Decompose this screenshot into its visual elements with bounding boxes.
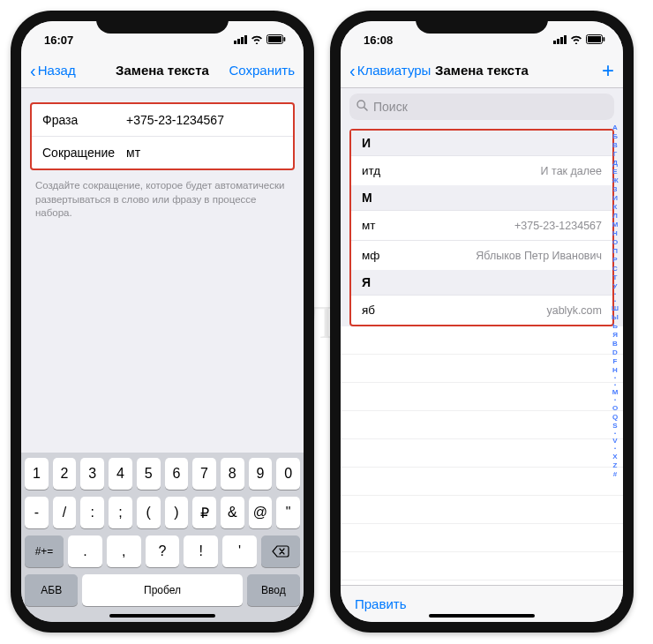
- index-letter[interactable]: Ш: [612, 304, 619, 313]
- key-;[interactable]: ;: [109, 497, 132, 528]
- index-letter[interactable]: O: [612, 404, 618, 413]
- index-letter[interactable]: А: [612, 124, 618, 132]
- index-letter[interactable]: X: [612, 453, 617, 461]
- section-header: Я: [351, 270, 612, 295]
- list-item[interactable]: мт+375-23-1234567: [351, 210, 612, 240]
- key-Пробел[interactable]: Пробел: [82, 574, 242, 606]
- list-item[interactable]: итдИ так далее: [351, 155, 612, 185]
- key-0[interactable]: 0: [276, 458, 300, 490]
- index-letter[interactable]: •: [614, 382, 616, 389]
- index-letter[interactable]: К: [613, 203, 618, 212]
- key-:[interactable]: :: [80, 497, 104, 528]
- index-letter[interactable]: Н: [612, 229, 618, 238]
- search-input[interactable]: Поиск: [349, 94, 614, 120]
- content: Фраза +375-23-1234567 Сокращение мт Созд…: [21, 88, 304, 453]
- phrase-value[interactable]: +375-23-1234567: [126, 113, 282, 127]
- index-letter[interactable]: Л: [612, 212, 618, 221]
- index-letter[interactable]: С: [612, 265, 618, 273]
- phrase-row[interactable]: Фраза +375-23-1234567: [32, 104, 293, 137]
- index-letter[interactable]: Б: [612, 132, 618, 141]
- key-)[interactable]: ): [165, 497, 189, 528]
- index-letter[interactable]: У: [613, 282, 618, 291]
- index-letter[interactable]: П: [612, 247, 618, 256]
- index-letter[interactable]: Т: [613, 273, 618, 282]
- back-button[interactable]: ‹ Клавиатуры: [349, 62, 431, 79]
- key-1[interactable]: 1: [25, 458, 49, 490]
- index-letter[interactable]: М: [612, 221, 619, 229]
- empty-lines: [341, 326, 623, 585]
- index-letter[interactable]: H: [612, 366, 618, 375]
- key-5[interactable]: 5: [137, 458, 161, 490]
- save-label: Сохранить: [229, 63, 295, 78]
- key--[interactable]: -: [25, 497, 49, 528]
- shortcut-label: Сокращение: [42, 146, 126, 160]
- add-button[interactable]: +: [544, 58, 614, 83]
- index-letter[interactable]: D: [612, 348, 618, 357]
- index-letter[interactable]: Q: [612, 413, 618, 422]
- index-letter[interactable]: З: [612, 185, 617, 194]
- footnote: Создайте сокращение, которое будет автом…: [35, 179, 289, 221]
- shortcut-value[interactable]: мт: [126, 146, 282, 160]
- shortcut-row[interactable]: Сокращение мт: [32, 137, 293, 168]
- key-6[interactable]: 6: [165, 458, 189, 490]
- index-letter[interactable]: •: [614, 431, 616, 438]
- index-letter[interactable]: Д: [612, 159, 618, 168]
- index-letter[interactable]: Ь: [612, 322, 618, 331]
- key-2[interactable]: 2: [53, 458, 77, 490]
- index-letter[interactable]: •: [614, 446, 616, 453]
- screen-right: 16:08 ‹ Клавиатуры Замена текста: [341, 21, 623, 622]
- index-letter[interactable]: Ж: [612, 176, 618, 185]
- keyboard: 1234567890 -/:;()₽&@" #+=.,?!' АБВПробел…: [21, 453, 304, 622]
- index-letter[interactable]: Я: [612, 331, 618, 340]
- index-letter[interactable]: •: [614, 397, 616, 404]
- index-bar[interactable]: АБВГДЕЖЗИКЛМНОПРСТУ••ШЫЬЯBDFH••M•OQS•V•X…: [609, 124, 621, 550]
- index-letter[interactable]: B: [612, 340, 618, 348]
- list-item[interactable]: ябyablyk.com: [351, 295, 612, 325]
- page-title: Замена текста: [116, 63, 209, 78]
- index-letter[interactable]: S: [612, 422, 617, 431]
- key-&[interactable]: &: [221, 497, 244, 528]
- index-letter[interactable]: И: [612, 194, 618, 203]
- key-backspace[interactable]: [261, 535, 300, 567]
- notch: [416, 11, 548, 34]
- key-@[interactable]: @: [249, 497, 273, 528]
- index-letter[interactable]: V: [612, 437, 617, 446]
- list-item[interactable]: мфЯблыков Петр Иванович: [351, 240, 612, 270]
- index-letter[interactable]: Г: [613, 150, 618, 159]
- index-letter[interactable]: #: [613, 470, 617, 479]
- key-₽[interactable]: ₽: [192, 497, 216, 528]
- index-letter[interactable]: Е: [612, 168, 617, 176]
- index-letter[interactable]: •: [614, 375, 616, 382]
- key-4[interactable]: 4: [109, 458, 132, 490]
- svg-rect-1: [268, 36, 281, 42]
- key-8[interactable]: 8: [221, 458, 244, 490]
- key-"[interactable]: ": [276, 497, 300, 528]
- index-letter[interactable]: F: [613, 357, 618, 366]
- index-letter[interactable]: Ы: [612, 313, 619, 322]
- key-,[interactable]: ,: [107, 535, 141, 567]
- key-9[interactable]: 9: [249, 458, 273, 490]
- key-7[interactable]: 7: [192, 458, 216, 490]
- key-3[interactable]: 3: [80, 458, 104, 490]
- key-?[interactable]: ?: [146, 535, 180, 567]
- save-button[interactable]: Сохранить: [224, 63, 295, 78]
- key-![interactable]: !: [184, 535, 218, 567]
- key-#+=[interactable]: #+=: [25, 535, 64, 567]
- key-'[interactable]: ': [222, 535, 257, 567]
- index-letter[interactable]: •: [614, 291, 616, 298]
- edit-button[interactable]: Править: [355, 596, 407, 611]
- index-letter[interactable]: О: [612, 238, 618, 247]
- key-([interactable]: (: [137, 497, 161, 528]
- index-letter[interactable]: M: [612, 388, 619, 397]
- key-/[interactable]: /: [53, 497, 77, 528]
- home-indicator[interactable]: [429, 614, 535, 618]
- key-.[interactable]: .: [68, 535, 102, 567]
- key-Ввод[interactable]: Ввод: [247, 574, 300, 606]
- index-letter[interactable]: Z: [613, 461, 618, 470]
- key-АБВ[interactable]: АБВ: [25, 574, 78, 606]
- index-letter[interactable]: •: [614, 298, 616, 305]
- index-letter[interactable]: Р: [612, 256, 617, 265]
- home-indicator[interactable]: [109, 614, 215, 618]
- back-button[interactable]: ‹ Назад: [30, 62, 101, 79]
- index-letter[interactable]: В: [612, 141, 618, 150]
